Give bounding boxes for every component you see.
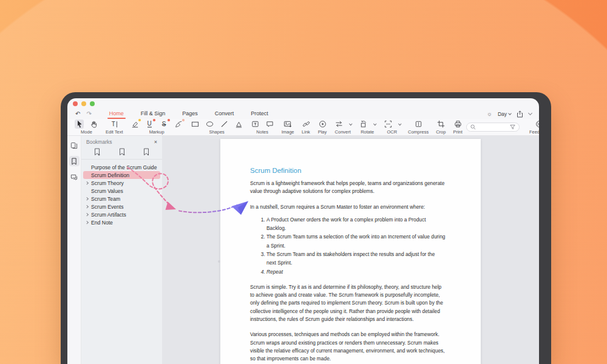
comment-icon — [266, 120, 274, 128]
chevron-right-icon[interactable] — [85, 181, 88, 184]
bookmark-item[interactable]: Purpose of the Scrum Guide — [83, 163, 160, 171]
link-icon — [302, 120, 310, 128]
bookmark-item-active[interactable]: Scrum Definition — [83, 171, 160, 179]
desktop-background: { "window": { "traffic_lights": ["#ee6a5… — [0, 0, 607, 364]
hand-tool[interactable] — [89, 120, 98, 129]
bookmark-label: Scrum Definition — [91, 172, 129, 178]
panel-title: Bookmarks — [86, 139, 112, 145]
share-icon[interactable] — [517, 110, 523, 118]
tool-group-edit-text[interactable]: T Edit Text — [102, 119, 127, 135]
tool-group-label: Rotate — [361, 129, 374, 135]
window-view-controls: ☼ Day — [487, 110, 534, 118]
tool-group-link[interactable]: Link — [298, 119, 314, 135]
tool-group-rotate[interactable]: Rotate — [355, 119, 380, 135]
tab-pages[interactable]: Pages — [174, 109, 206, 119]
bookmark-item[interactable]: Scrum Events — [83, 203, 160, 211]
tool-group-compress[interactable]: Compress — [404, 119, 432, 135]
tool-group-ocr[interactable]: OCR — [380, 119, 405, 135]
main-area: Bookmarks × — [67, 136, 539, 364]
toolbar: Mode T Edit Text — [67, 119, 539, 136]
comment-tool[interactable] — [265, 120, 274, 129]
strikethrough-icon: S — [162, 121, 166, 127]
undo-icon[interactable]: ↶ — [72, 111, 83, 117]
ribbon-tabs: Home Fill & Sign Pages Convert Protect — [101, 109, 277, 119]
bookmark-label: Scrum Values — [91, 188, 123, 194]
remove-bookmark-icon — [118, 148, 126, 156]
doc-list-item: Repeat — [266, 268, 446, 276]
tool-group-label: Compress — [408, 129, 429, 135]
tab-fill-sign[interactable]: Fill & Sign — [132, 109, 174, 119]
bookmark-label: End Note — [91, 220, 113, 226]
chevron-right-icon[interactable] — [85, 221, 88, 224]
collapse-toolbar-icon[interactable] — [528, 110, 532, 115]
search-icon — [470, 124, 476, 130]
theme-dropdown[interactable]: Day — [498, 111, 511, 117]
ellipse-tool[interactable] — [205, 120, 214, 129]
bookmark-item[interactable]: Scrum Team — [83, 195, 160, 203]
document-viewport[interactable]: Scrum Definition Scrum is a lightweight … — [162, 136, 539, 364]
text-note-icon — [251, 120, 259, 128]
highlight-tool[interactable] — [131, 120, 140, 129]
close-window-button[interactable] — [73, 101, 78, 106]
tool-group-print[interactable]: Print — [449, 119, 466, 135]
pdf-app-window: ↶ ↷ Home Fill & Sign Pages Convert Prote… — [67, 98, 539, 364]
filter-icon[interactable] — [510, 124, 515, 130]
remove-bookmark-button[interactable] — [118, 148, 126, 156]
zoom-window-button[interactable] — [90, 101, 95, 106]
bookmark-item[interactable]: End Note — [83, 218, 160, 226]
bookmark-item[interactable]: Scrum Values — [83, 187, 160, 195]
strikethrough-tool[interactable]: S — [160, 120, 169, 129]
doc-paragraph: In a nutshell, Scrum requires a Scrum Ma… — [250, 203, 446, 211]
bookmark-item[interactable]: Scrum Artifacts — [83, 211, 160, 218]
tool-group-convert[interactable]: Convert — [331, 119, 356, 135]
polygon-icon — [235, 120, 243, 128]
underline-tool[interactable]: U — [145, 120, 154, 129]
comments-icon — [70, 174, 78, 181]
panel-resize-handle[interactable] — [218, 260, 220, 263]
bookmarks-panel-button[interactable] — [69, 156, 80, 166]
tool-group-crop[interactable]: Crop — [432, 119, 449, 135]
doc-list-item: A Product Owner orders the work for a co… — [266, 215, 446, 233]
line-tool[interactable] — [220, 120, 229, 129]
tab-protect[interactable]: Protect — [242, 109, 277, 119]
bookmarks-panel: Bookmarks × — [81, 136, 162, 364]
tab-convert[interactable]: Convert — [206, 109, 243, 119]
add-bookmark-button[interactable] — [93, 148, 101, 156]
theme-label: Day — [498, 111, 507, 117]
print-icon — [454, 120, 462, 128]
play-icon — [319, 120, 327, 128]
pen-tool[interactable] — [174, 120, 183, 129]
chevron-right-icon[interactable] — [85, 205, 88, 208]
thumbnails-panel-button[interactable] — [69, 140, 80, 150]
minimize-window-button[interactable] — [81, 101, 86, 106]
search-box[interactable] — [466, 123, 520, 132]
feedback-icon — [535, 120, 539, 128]
crop-icon — [437, 120, 445, 128]
doc-paragraph: Various processes, techniques and method… — [250, 331, 446, 363]
bookmark-item[interactable]: Scrum Theory — [83, 179, 160, 187]
sidebar-rail — [67, 136, 81, 364]
ellipse-icon — [206, 120, 214, 128]
text-note-tool[interactable] — [251, 120, 260, 129]
tool-group-image[interactable]: Image — [278, 119, 298, 135]
search-input[interactable] — [479, 124, 507, 130]
tool-group-label: Markup — [149, 129, 164, 135]
bookmark-options-button[interactable] — [143, 148, 150, 156]
highlighter-icon — [131, 120, 139, 128]
feedback-button[interactable]: Feedback — [524, 119, 539, 135]
redo-icon[interactable]: ↷ — [83, 111, 94, 117]
ocr-icon — [384, 120, 392, 128]
comments-panel-button[interactable] — [69, 172, 80, 182]
select-cursor-tool[interactable] — [75, 120, 84, 129]
close-icon[interactable]: × — [154, 140, 157, 145]
chevron-right-icon[interactable] — [85, 213, 88, 216]
rectangle-tool[interactable] — [191, 120, 200, 129]
polygon-tool[interactable] — [234, 120, 243, 129]
doc-list-item: The Scrum Team turns a selection of the … — [266, 232, 446, 250]
chevron-right-icon[interactable] — [85, 197, 88, 200]
tool-group-play[interactable]: Play — [314, 119, 331, 135]
chevron-down-icon — [349, 122, 352, 125]
tool-group-mode: Mode — [71, 119, 102, 135]
tab-home[interactable]: Home — [101, 109, 132, 119]
tool-group-markup: U S Markup — [127, 119, 187, 135]
